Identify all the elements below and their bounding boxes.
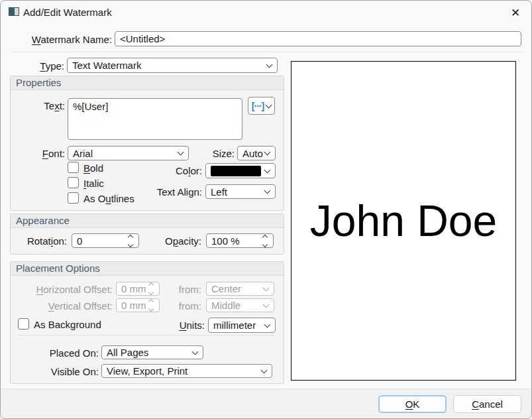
placed-on-value: All Pages	[107, 347, 148, 358]
font-value: Arial	[73, 148, 93, 159]
units-value: millimeter	[213, 320, 256, 331]
ok-button[interactable]: OK	[378, 395, 447, 413]
opacity-value: 100 %	[211, 235, 240, 247]
dialog-footer: OK Cancel	[1, 389, 531, 419]
color-swatch	[211, 166, 261, 176]
color-dropdown[interactable]	[205, 163, 276, 178]
watermark-name-input[interactable]	[115, 31, 521, 46]
italic-label: Italic	[83, 178, 104, 189]
vertical-offset-label: Vertical Offset:	[11, 300, 113, 312]
chevron-down-icon	[263, 301, 270, 308]
horizontal-offset-value: 0 mm	[121, 283, 146, 294]
from-horizontal-label: from:	[143, 284, 201, 295]
add-edit-watermark-dialog: Add/Edit Watermark ✕ Watermark Name: Typ…	[0, 0, 532, 419]
bold-checkbox[interactable]	[68, 162, 79, 173]
appearance-header: Appearance	[11, 214, 284, 228]
window-title: Add/Edit Watermark	[23, 7, 112, 18]
opacity-label: Opacity:	[117, 235, 201, 247]
divider	[10, 52, 523, 52]
chevron-down-icon	[266, 101, 272, 108]
divider	[19, 335, 274, 335]
chevron-down-icon	[178, 149, 184, 156]
horizontal-offset-label: Horizontal Offset:	[11, 284, 113, 295]
rotation-label: Rotation:	[11, 235, 67, 247]
size-dropdown[interactable]: Auto	[237, 146, 276, 160]
color-label: Color:	[110, 165, 202, 176]
from-vertical-dropdown: Middle	[206, 298, 274, 312]
vertical-offset-value: 0 mm	[121, 300, 146, 311]
from-horizontal-dropdown: Center	[206, 282, 274, 296]
chevron-down-icon	[261, 367, 268, 373]
chevron-down-icon	[263, 284, 270, 291]
spinner-arrows-icon[interactable]	[263, 235, 268, 247]
from-vertical-value: Middle	[211, 300, 240, 311]
from-horizontal-value: Center	[211, 283, 241, 294]
properties-header: Properties	[11, 76, 284, 90]
macro-brackets-icon: [···]	[252, 101, 264, 111]
type-dropdown[interactable]: Text Watermark	[67, 58, 278, 73]
close-icon[interactable]: ✕	[506, 4, 525, 21]
as-outlines-checkbox[interactable]	[68, 192, 79, 204]
cancel-button[interactable]: Cancel	[453, 395, 521, 413]
italic-checkbox[interactable]	[68, 177, 79, 188]
chevron-down-icon	[264, 321, 271, 328]
from-vertical-label: from:	[143, 300, 201, 312]
font-label: Font:	[11, 148, 65, 159]
watermark-dialog-icon	[9, 7, 19, 16]
font-dropdown[interactable]: Arial	[68, 146, 189, 160]
type-value: Text Watermark	[72, 60, 141, 71]
text-align-label: Text Align:	[110, 186, 202, 198]
placement-options-group: Placement Options Horizontal Offset: 0 m…	[10, 261, 284, 384]
units-dropdown[interactable]: millimeter	[208, 318, 276, 333]
visible-on-label: Visible On:	[11, 366, 99, 377]
watermark-name-label: Watermark Name:	[14, 34, 112, 45]
text-align-value: Left	[211, 186, 227, 198]
type-label: Type:	[14, 60, 64, 72]
as-background-checkbox[interactable]	[18, 318, 29, 329]
bold-label: Bold	[83, 162, 103, 174]
text-align-dropdown[interactable]: Left	[205, 184, 276, 199]
chevron-down-icon	[264, 188, 271, 194]
preview-watermark-text: John Doe	[310, 196, 498, 246]
macro-dropdown-button[interactable]: [···]	[248, 97, 275, 115]
placed-on-label: Placed On:	[11, 347, 99, 359]
as-background-label: As Background	[34, 319, 101, 330]
chevron-down-icon	[264, 166, 271, 173]
size-value: Auto	[242, 148, 263, 159]
visible-on-dropdown[interactable]: View, Export, Print	[101, 364, 272, 378]
watermark-preview-pane: John Doe	[291, 61, 516, 381]
text-label: Text:	[11, 100, 65, 111]
size-label: Size:	[189, 148, 235, 159]
properties-group: Properties Text: %[User] [···] Font: Ari…	[10, 76, 284, 211]
chevron-down-icon	[192, 348, 199, 355]
appearance-group: Appearance Rotation: 0 Opacity: 100 %	[10, 213, 284, 255]
watermark-text-input[interactable]: %[User]	[68, 98, 242, 140]
title-bar: Add/Edit Watermark ✕	[1, 1, 531, 25]
units-label: Units:	[143, 320, 205, 331]
opacity-spinner[interactable]: 100 %	[206, 233, 274, 248]
placed-on-dropdown[interactable]: All Pages	[101, 345, 203, 359]
rotation-value: 0	[77, 235, 82, 247]
placement-options-header: Placement Options	[11, 262, 284, 276]
visible-on-value: View, Export, Print	[107, 365, 187, 377]
chevron-down-icon	[266, 61, 273, 68]
chevron-down-icon	[264, 149, 271, 156]
